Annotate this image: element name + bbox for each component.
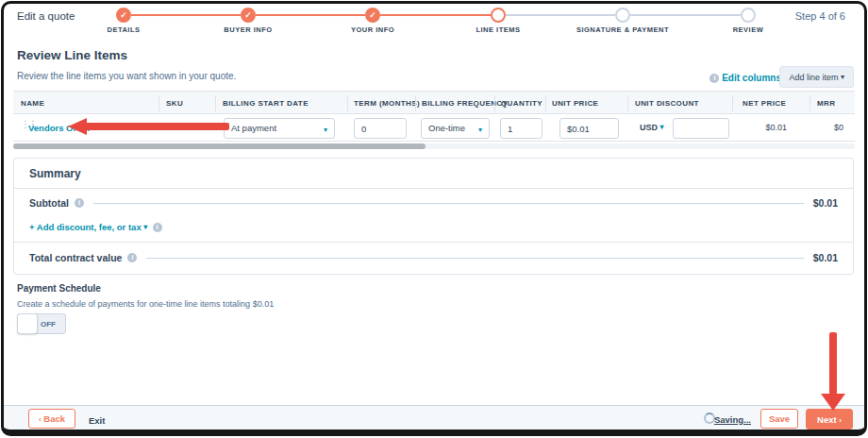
summary-panel: Summary Subtotal i $0.01 + Add discount,… xyxy=(13,158,854,275)
step-indicator: Step 4 of 6 xyxy=(795,10,845,22)
check-icon: ✓ xyxy=(369,10,376,20)
col-name: NAME xyxy=(21,99,44,108)
subtotal-label: Subtotal xyxy=(29,197,69,209)
subtotal-value: $0.01 xyxy=(813,197,838,209)
edit-columns-link[interactable]: i Edit columns xyxy=(709,73,781,83)
section-subtitle: Review the line items you want shown in … xyxy=(17,71,236,81)
step-label-your-info[interactable]: YOUR INFO xyxy=(307,25,439,34)
chevron-down-icon: ▾ xyxy=(143,223,147,231)
leader-line xyxy=(93,203,804,204)
currency-select[interactable]: USD ▾ xyxy=(640,123,664,132)
step-your-info-dot[interactable]: ✓ xyxy=(365,8,380,23)
net-price-value: $0.01 xyxy=(754,123,787,132)
chevron-down-icon: ▾ xyxy=(478,121,482,140)
term-months-input[interactable] xyxy=(354,118,407,139)
page-title: Edit a quote xyxy=(17,10,75,22)
stepper-line xyxy=(506,14,615,16)
step-label-buyer-info[interactable]: BUYER INFO xyxy=(182,25,314,34)
toggle-state-label: OFF xyxy=(41,320,56,328)
chevron-down-icon: ▾ xyxy=(660,123,664,131)
step-details-dot[interactable]: ✓ xyxy=(116,8,131,23)
col-unit-price: UNIT PRICE xyxy=(552,99,598,108)
annotation-arrow-line-item xyxy=(85,123,229,130)
leader-line xyxy=(146,258,803,259)
add-line-item-button[interactable]: Add line item ▾ xyxy=(779,66,854,88)
payment-schedule-description: Create a schedule of payments for one-ti… xyxy=(17,299,274,309)
col-quantity: QUANTITY xyxy=(501,99,542,108)
step-label-details[interactable]: DETAILS xyxy=(58,25,190,34)
unit-price-input[interactable] xyxy=(559,118,619,139)
annotation-arrowhead-left-icon xyxy=(68,118,87,135)
total-value: $0.01 xyxy=(813,252,838,263)
col-sku: SKU xyxy=(166,99,183,108)
step-buyer-info-dot[interactable]: ✓ xyxy=(241,8,256,23)
table-scrollbar-track xyxy=(13,143,855,149)
check-icon: ✓ xyxy=(120,10,127,20)
next-button[interactable]: Next › xyxy=(806,409,853,430)
billing-frequency-select[interactable]: One-time ▾ xyxy=(421,118,490,139)
total-row: Total contract value i $0.01 xyxy=(29,252,838,263)
annotation-arrow-next xyxy=(829,332,837,395)
info-icon: i xyxy=(709,74,719,83)
step-label-line-items[interactable]: LINE ITEMS xyxy=(432,25,564,34)
back-button[interactable]: ‹ Back xyxy=(28,409,75,429)
col-term-months: TERM (MONTHS) xyxy=(354,99,420,108)
info-icon[interactable]: i xyxy=(75,198,84,208)
chevron-down-icon: ▾ xyxy=(841,67,844,87)
step-signature-payment-dot[interactable] xyxy=(615,8,630,23)
total-label: Total contract value xyxy=(29,252,122,263)
stepper-line xyxy=(380,14,491,16)
stepper-line xyxy=(630,14,741,16)
quantity-input[interactable] xyxy=(500,118,542,139)
subtotal-row: Subtotal i $0.01 xyxy=(29,197,838,209)
chevron-down-icon: ▾ xyxy=(324,121,327,140)
col-unit-discount: UNIT DISCOUNT xyxy=(635,99,699,108)
payment-schedule-title: Payment Schedule xyxy=(17,283,101,294)
col-net-price: NET PRICE xyxy=(743,99,786,108)
check-icon: ✓ xyxy=(244,10,252,20)
col-mrr: MRR xyxy=(817,99,835,108)
info-icon: i xyxy=(153,223,162,232)
add-discount-link[interactable]: + Add discount, fee, or tax ▾ i xyxy=(29,222,162,232)
step-review-dot[interactable] xyxy=(741,8,756,23)
unit-discount-input[interactable] xyxy=(673,118,729,139)
chevron-right-icon: › xyxy=(839,411,842,430)
summary-header: Summary xyxy=(14,159,853,189)
stepper-line xyxy=(131,14,241,16)
section-title: Review Line Items xyxy=(17,48,127,62)
step-label-review[interactable]: REVIEW xyxy=(682,25,814,34)
chevron-left-icon: ‹ xyxy=(39,411,42,429)
col-billing-start-date: BILLING START DATE xyxy=(223,99,309,108)
stepper-line xyxy=(256,14,365,16)
toggle-knob[interactable] xyxy=(17,313,38,334)
summary-title: Summary xyxy=(29,167,81,180)
exit-button[interactable]: Exit xyxy=(89,415,105,426)
save-button[interactable]: Save xyxy=(760,409,798,429)
edit-quote-page: Edit a quote Step 4 of 6 ✓ ✓ ✓ DETAILS B… xyxy=(0,0,868,438)
mrr-value: $0 xyxy=(820,123,843,132)
saving-status[interactable]: Saving... xyxy=(714,414,751,425)
table-scrollbar-thumb[interactable] xyxy=(13,143,426,149)
step-label-signature-payment[interactable]: SIGNATURE & PAYMENT xyxy=(557,25,689,34)
footer-bar: ‹ Back Exit Saving... Save Next › xyxy=(4,405,864,431)
billing-start-date-select[interactable]: At payment ▾ xyxy=(224,118,335,139)
info-icon[interactable]: i xyxy=(127,253,137,262)
summary-divider xyxy=(14,242,853,243)
table-header: NAME SKU BILLING START DATE TERM (MONTHS… xyxy=(13,91,855,114)
step-line-items-dot[interactable] xyxy=(491,8,506,23)
payment-schedule-toggle[interactable]: OFF xyxy=(17,313,66,334)
annotation-arrowhead-down-icon xyxy=(821,394,845,411)
